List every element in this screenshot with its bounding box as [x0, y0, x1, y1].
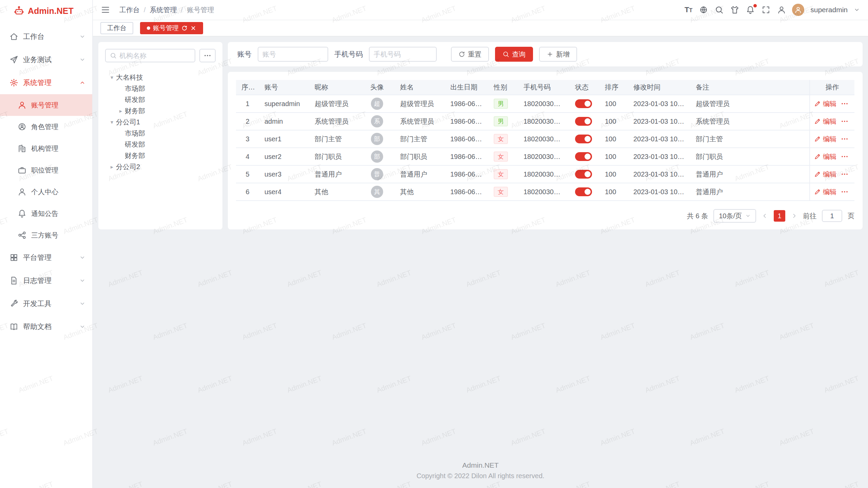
- font-size-icon[interactable]: TT: [685, 6, 692, 14]
- status-toggle[interactable]: [575, 187, 592, 196]
- edit-button[interactable]: 编辑: [814, 135, 836, 144]
- table-cell: 其他: [395, 183, 445, 201]
- tree-node-label: 大名科技: [116, 73, 143, 82]
- gender-badge: 女: [494, 187, 508, 197]
- sidebar-subitem[interactable]: 账号管理: [0, 94, 92, 116]
- chevron-down-icon[interactable]: [854, 7, 860, 13]
- breadcrumb-item[interactable]: 系统管理: [150, 5, 177, 15]
- page-size-select[interactable]: 10条/页: [713, 209, 756, 223]
- edit-button[interactable]: 编辑: [814, 170, 836, 179]
- tree-node[interactable]: 市场部: [105, 128, 216, 139]
- book-icon: [9, 322, 18, 331]
- gender-badge: 女: [494, 151, 508, 162]
- reset-button[interactable]: 重置: [451, 47, 489, 62]
- tree-caret-icon[interactable]: ▾: [108, 75, 116, 80]
- status-toggle[interactable]: [575, 152, 592, 161]
- sidebar-item[interactable]: 业务测试: [0, 48, 92, 71]
- table-cell: 部门职员: [690, 148, 810, 165]
- tree-node[interactable]: ▸财务部: [105, 105, 216, 117]
- fullscreen-icon[interactable]: [762, 5, 770, 14]
- next-page-button[interactable]: [791, 212, 797, 219]
- sidebar-subitem[interactable]: 角色管理: [0, 116, 92, 138]
- org-search-input[interactable]: [119, 52, 191, 60]
- sidebar-subitem[interactable]: 三方账号: [0, 224, 92, 246]
- tree-node[interactable]: ▾分公司1: [105, 117, 216, 128]
- tree-caret-icon[interactable]: ▸: [117, 108, 125, 114]
- tree-node[interactable]: 市场部: [105, 83, 216, 94]
- tree-node[interactable]: ▾大名科技: [105, 72, 216, 83]
- edit-button[interactable]: 编辑: [814, 117, 836, 126]
- status-toggle[interactable]: [575, 135, 592, 143]
- log-icon: [9, 276, 18, 285]
- sidebar-subitem[interactable]: 通知公告: [0, 203, 92, 224]
- sidebar-item[interactable]: 开发工具: [0, 292, 92, 315]
- row-more-button[interactable]: [841, 117, 849, 125]
- account-input[interactable]: [262, 50, 323, 58]
- status-toggle[interactable]: [575, 99, 592, 108]
- sidebar-item[interactable]: 帮助文档: [0, 315, 92, 338]
- tab-refresh-icon[interactable]: [181, 25, 188, 31]
- sidebar-item[interactable]: 日志管理: [0, 269, 92, 292]
- sidebar-item-label: 角色管理: [31, 122, 85, 131]
- sidebar-subitem[interactable]: 职位管理: [0, 159, 92, 181]
- goto-page-input[interactable]: [822, 210, 842, 222]
- table-cell: 部门主管: [690, 130, 810, 148]
- pencil-icon: [814, 188, 821, 195]
- tree-node[interactable]: ▸分公司2: [105, 161, 216, 172]
- tree-node[interactable]: 财务部: [105, 150, 216, 161]
- globe-icon[interactable]: [699, 5, 708, 14]
- menu-icon: [101, 5, 110, 14]
- avatar[interactable]: [792, 4, 804, 16]
- chevron-down-icon: [79, 34, 85, 40]
- edit-button[interactable]: 编辑: [814, 99, 836, 108]
- query-button[interactable]: 查询: [495, 47, 533, 62]
- tree-node[interactable]: 研发部: [105, 94, 216, 105]
- edit-label: 编辑: [823, 152, 836, 161]
- edit-button[interactable]: 编辑: [814, 152, 836, 161]
- row-more-button[interactable]: [841, 170, 849, 178]
- brief-icon: [18, 166, 26, 175]
- grid-icon: [9, 253, 18, 262]
- user-icon[interactable]: [777, 5, 786, 14]
- sidebar-subitem[interactable]: 机构管理: [0, 138, 92, 159]
- table-cell: 2023-01-03 10:59:44: [628, 165, 690, 183]
- table-cell: 部门职员: [395, 148, 445, 165]
- row-more-button[interactable]: [841, 135, 849, 143]
- hamburger-button[interactable]: [101, 5, 110, 14]
- phone-input[interactable]: [374, 50, 432, 58]
- row-more-button[interactable]: [841, 152, 849, 161]
- table-header-row: 序号账号昵称头像姓名出生日期性别手机号码状态排序修改时间备注操作: [236, 80, 854, 95]
- org-more-button[interactable]: [199, 49, 216, 62]
- theme-icon[interactable]: [730, 5, 739, 14]
- sidebar-item[interactable]: 平台管理: [0, 246, 92, 269]
- tree-caret-icon[interactable]: ▸: [108, 164, 116, 170]
- sidebar-item[interactable]: 工作台: [0, 25, 92, 48]
- gear-icon: [9, 78, 18, 87]
- table-cell: 100: [599, 148, 628, 165]
- current-page-button[interactable]: 1: [774, 210, 785, 222]
- edit-button[interactable]: 编辑: [814, 187, 836, 197]
- username[interactable]: superadmin: [810, 6, 848, 14]
- sidebar-item[interactable]: 系统管理: [0, 71, 92, 94]
- sidebar-subitem[interactable]: 个人中心: [0, 181, 92, 203]
- notification-icon[interactable]: [746, 5, 755, 14]
- tab-account-management[interactable]: 账号管理: [140, 22, 203, 34]
- tree-node[interactable]: 研发部: [105, 139, 216, 150]
- tree-caret-icon[interactable]: ▾: [108, 120, 116, 125]
- table-header-cell: 出生日期: [445, 80, 488, 95]
- breadcrumb-item[interactable]: 工作台: [119, 5, 140, 15]
- chevron-up-icon: [79, 80, 85, 86]
- table-cell: 2023-01-03 10:59:44: [628, 113, 690, 130]
- table-row: 6user4其他其其他1986-06-28女180200307201002023…: [236, 183, 854, 201]
- table-cell: 2023-01-03 10:59:44: [628, 183, 690, 201]
- tab-close-icon[interactable]: [190, 25, 196, 31]
- row-more-button[interactable]: [841, 100, 849, 108]
- tab-workbench[interactable]: 工作台: [100, 22, 133, 34]
- status-toggle[interactable]: [575, 117, 592, 126]
- add-button[interactable]: 新增: [539, 47, 577, 62]
- row-more-button[interactable]: [841, 188, 849, 196]
- table-cell: 部门主管: [309, 130, 359, 148]
- status-toggle[interactable]: [575, 170, 592, 179]
- prev-page-button[interactable]: [762, 212, 768, 219]
- search-icon[interactable]: [715, 5, 724, 14]
